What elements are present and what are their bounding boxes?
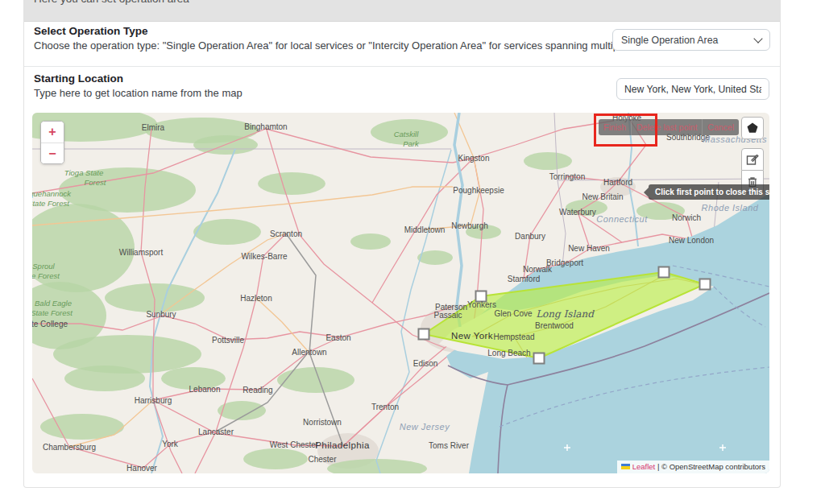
card-header-text: Here you can set operation area: [34, 0, 189, 5]
operation-type-select[interactable]: Single Operation Area: [612, 29, 770, 51]
map-shape: [216, 352, 309, 432]
operation-area-card: Here you can set operation area Select O…: [23, 0, 781, 488]
draw-tools-toolbar: [741, 117, 764, 193]
attribution-separator: |: [655, 462, 661, 471]
leaflet-link[interactable]: Leaflet: [632, 462, 656, 471]
map-shape: [256, 298, 309, 352]
card-header-strip: Here you can set operation area: [24, 0, 780, 22]
operation-type-description: Choose the operation type: "Single Opera…: [34, 39, 657, 52]
chevron-down-icon: [753, 34, 762, 43]
map-shape: [524, 152, 572, 170]
cancel-button[interactable]: Cancel: [702, 119, 739, 135]
starting-location-title: Starting Location: [34, 72, 123, 85]
edit-layers-button[interactable]: [741, 148, 764, 171]
starting-location-input[interactable]: [616, 78, 769, 100]
starting-location-description: Type here to get location name from the …: [34, 87, 243, 99]
map-shape: [193, 219, 261, 245]
delete-last-point-button[interactable]: Delete last point: [631, 119, 702, 135]
draw-actions-toolbar: Finish Delete last point Cancel: [599, 119, 739, 135]
polygon-vertex-handle[interactable]: [659, 267, 670, 278]
zoom-in-button[interactable]: +: [41, 122, 64, 143]
map-shape: [195, 233, 286, 473]
map-shape: [371, 119, 448, 145]
edit-layers-icon: [746, 153, 759, 166]
polygon-vertex-handle[interactable]: [476, 291, 487, 302]
map-shape: [577, 212, 622, 242]
ukraine-flag-icon: [621, 464, 630, 469]
map-attribution: Leaflet | © OpenStreetMap contributors: [617, 461, 769, 473]
polygon-vertex-handle[interactable]: [534, 353, 545, 364]
draw-polygon-icon: [746, 122, 759, 134]
map-canvas[interactable]: [32, 113, 769, 473]
draw-polygon-button[interactable]: [741, 117, 764, 139]
map-shape: [454, 113, 462, 327]
map-shape: [32, 204, 135, 292]
polygon-vertex-handle[interactable]: [700, 279, 711, 290]
map-shape: [466, 225, 501, 239]
map-shape: [258, 172, 325, 195]
map-shape: [161, 367, 226, 390]
operation-type-selected-value: Single Operation Area: [621, 35, 718, 46]
map-shape: [350, 233, 391, 250]
draw-tooltip: Click first point to close this shape.: [649, 184, 769, 200]
map-shape: [566, 200, 607, 216]
section-divider: [24, 66, 780, 67]
zoom-out-button[interactable]: −: [41, 143, 64, 163]
map-shape: [243, 448, 308, 469]
operation-type-title: Select Operation Type: [34, 25, 148, 37]
osm-credit: © OpenStreetMap contributors: [661, 462, 765, 471]
map-shape: [636, 202, 685, 220]
leaflet-map[interactable]: ElmiraBinghamtonHolyokeSouthbridgeKingst…: [32, 113, 769, 473]
zoom-control: + −: [40, 121, 64, 164]
polygon-vertex-handle[interactable]: [419, 329, 429, 340]
map-shape: [53, 335, 201, 374]
finish-button[interactable]: Finish: [599, 119, 631, 135]
map-shape: [554, 113, 558, 180]
